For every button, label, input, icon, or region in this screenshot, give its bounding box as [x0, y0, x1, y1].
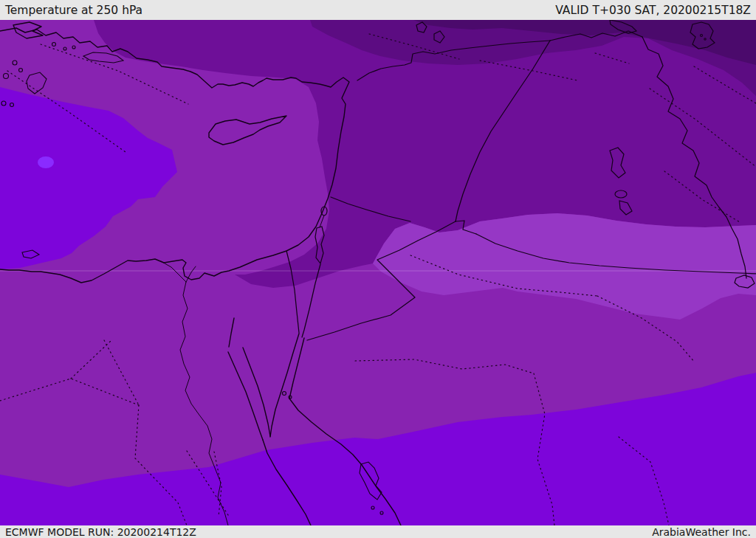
brand-label: ArabiaWeather Inc.	[652, 526, 751, 538]
model-run-label: ECMWF MODEL RUN: 20200214T12Z	[5, 526, 196, 538]
valid-time-label: VALID T+030 SAT, 20200215T18Z	[555, 4, 751, 17]
temperature-core-west-mediterranean	[38, 156, 54, 168]
temperature-map-svg	[0, 20, 756, 525]
page-title: Temperature at 250 hPa	[5, 4, 142, 17]
footer-bar: ECMWF MODEL RUN: 20200214T12Z ArabiaWeat…	[0, 525, 756, 538]
header-bar: Temperature at 250 hPa VALID T+030 SAT, …	[0, 0, 756, 20]
map-canvas	[0, 20, 756, 525]
weather-map-app: Temperature at 250 hPa VALID T+030 SAT, …	[0, 0, 756, 538]
